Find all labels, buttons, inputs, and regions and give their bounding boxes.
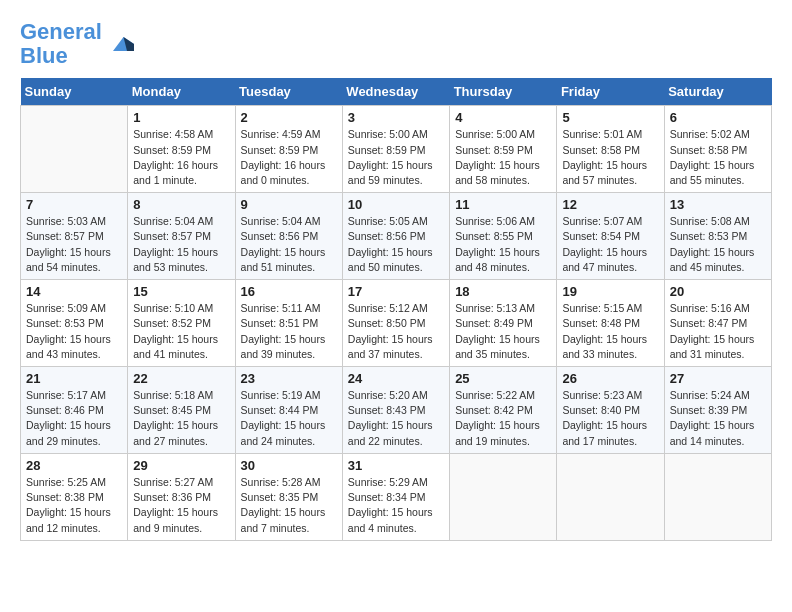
weekday-friday: Friday [557, 78, 664, 106]
week-row-1: 1Sunrise: 4:58 AMSunset: 8:59 PMDaylight… [21, 106, 772, 193]
day-cell: 31Sunrise: 5:29 AMSunset: 8:34 PMDayligh… [342, 453, 449, 540]
day-info: Sunrise: 5:20 AMSunset: 8:43 PMDaylight:… [348, 388, 444, 449]
day-info: Sunrise: 4:59 AMSunset: 8:59 PMDaylight:… [241, 127, 337, 188]
day-cell: 23Sunrise: 5:19 AMSunset: 8:44 PMDayligh… [235, 367, 342, 454]
day-info: Sunrise: 5:15 AMSunset: 8:48 PMDaylight:… [562, 301, 658, 362]
weekday-header-row: SundayMondayTuesdayWednesdayThursdayFrid… [21, 78, 772, 106]
day-info: Sunrise: 5:23 AMSunset: 8:40 PMDaylight:… [562, 388, 658, 449]
day-number: 14 [26, 284, 122, 299]
day-cell: 22Sunrise: 5:18 AMSunset: 8:45 PMDayligh… [128, 367, 235, 454]
day-cell: 11Sunrise: 5:06 AMSunset: 8:55 PMDayligh… [450, 193, 557, 280]
day-number: 12 [562, 197, 658, 212]
day-info: Sunrise: 5:00 AMSunset: 8:59 PMDaylight:… [455, 127, 551, 188]
day-number: 16 [241, 284, 337, 299]
day-info: Sunrise: 5:17 AMSunset: 8:46 PMDaylight:… [26, 388, 122, 449]
logo-icon [106, 30, 134, 58]
day-cell: 16Sunrise: 5:11 AMSunset: 8:51 PMDayligh… [235, 280, 342, 367]
day-cell: 9Sunrise: 5:04 AMSunset: 8:56 PMDaylight… [235, 193, 342, 280]
week-row-3: 14Sunrise: 5:09 AMSunset: 8:53 PMDayligh… [21, 280, 772, 367]
day-number: 13 [670, 197, 766, 212]
day-number: 1 [133, 110, 229, 125]
day-number: 18 [455, 284, 551, 299]
day-number: 24 [348, 371, 444, 386]
day-cell: 8Sunrise: 5:04 AMSunset: 8:57 PMDaylight… [128, 193, 235, 280]
day-info: Sunrise: 5:04 AMSunset: 8:56 PMDaylight:… [241, 214, 337, 275]
day-number: 20 [670, 284, 766, 299]
day-info: Sunrise: 5:07 AMSunset: 8:54 PMDaylight:… [562, 214, 658, 275]
calendar-table: SundayMondayTuesdayWednesdayThursdayFrid… [20, 78, 772, 540]
day-info: Sunrise: 5:02 AMSunset: 8:58 PMDaylight:… [670, 127, 766, 188]
day-number: 2 [241, 110, 337, 125]
weekday-saturday: Saturday [664, 78, 771, 106]
day-cell [557, 453, 664, 540]
day-info: Sunrise: 5:29 AMSunset: 8:34 PMDaylight:… [348, 475, 444, 536]
day-info: Sunrise: 4:58 AMSunset: 8:59 PMDaylight:… [133, 127, 229, 188]
day-number: 25 [455, 371, 551, 386]
day-number: 10 [348, 197, 444, 212]
day-number: 19 [562, 284, 658, 299]
day-number: 31 [348, 458, 444, 473]
day-cell: 20Sunrise: 5:16 AMSunset: 8:47 PMDayligh… [664, 280, 771, 367]
day-info: Sunrise: 5:16 AMSunset: 8:47 PMDaylight:… [670, 301, 766, 362]
day-number: 9 [241, 197, 337, 212]
day-info: Sunrise: 5:19 AMSunset: 8:44 PMDaylight:… [241, 388, 337, 449]
weekday-monday: Monday [128, 78, 235, 106]
day-number: 8 [133, 197, 229, 212]
day-info: Sunrise: 5:13 AMSunset: 8:49 PMDaylight:… [455, 301, 551, 362]
day-info: Sunrise: 5:11 AMSunset: 8:51 PMDaylight:… [241, 301, 337, 362]
weekday-sunday: Sunday [21, 78, 128, 106]
weekday-thursday: Thursday [450, 78, 557, 106]
weekday-wednesday: Wednesday [342, 78, 449, 106]
week-row-4: 21Sunrise: 5:17 AMSunset: 8:46 PMDayligh… [21, 367, 772, 454]
day-number: 4 [455, 110, 551, 125]
day-number: 23 [241, 371, 337, 386]
logo-blue: Blue [20, 43, 68, 68]
logo-general: General [20, 19, 102, 44]
day-number: 27 [670, 371, 766, 386]
day-number: 15 [133, 284, 229, 299]
day-info: Sunrise: 5:03 AMSunset: 8:57 PMDaylight:… [26, 214, 122, 275]
day-info: Sunrise: 5:24 AMSunset: 8:39 PMDaylight:… [670, 388, 766, 449]
day-info: Sunrise: 5:22 AMSunset: 8:42 PMDaylight:… [455, 388, 551, 449]
day-info: Sunrise: 5:10 AMSunset: 8:52 PMDaylight:… [133, 301, 229, 362]
logo: General Blue [20, 20, 134, 68]
day-number: 21 [26, 371, 122, 386]
day-cell: 19Sunrise: 5:15 AMSunset: 8:48 PMDayligh… [557, 280, 664, 367]
day-cell: 28Sunrise: 5:25 AMSunset: 8:38 PMDayligh… [21, 453, 128, 540]
day-cell [450, 453, 557, 540]
day-cell: 14Sunrise: 5:09 AMSunset: 8:53 PMDayligh… [21, 280, 128, 367]
day-info: Sunrise: 5:25 AMSunset: 8:38 PMDaylight:… [26, 475, 122, 536]
day-cell: 6Sunrise: 5:02 AMSunset: 8:58 PMDaylight… [664, 106, 771, 193]
day-cell: 26Sunrise: 5:23 AMSunset: 8:40 PMDayligh… [557, 367, 664, 454]
week-row-5: 28Sunrise: 5:25 AMSunset: 8:38 PMDayligh… [21, 453, 772, 540]
day-info: Sunrise: 5:01 AMSunset: 8:58 PMDaylight:… [562, 127, 658, 188]
day-number: 29 [133, 458, 229, 473]
day-cell: 30Sunrise: 5:28 AMSunset: 8:35 PMDayligh… [235, 453, 342, 540]
day-info: Sunrise: 5:27 AMSunset: 8:36 PMDaylight:… [133, 475, 229, 536]
day-number: 3 [348, 110, 444, 125]
day-info: Sunrise: 5:08 AMSunset: 8:53 PMDaylight:… [670, 214, 766, 275]
day-cell [664, 453, 771, 540]
day-cell: 18Sunrise: 5:13 AMSunset: 8:49 PMDayligh… [450, 280, 557, 367]
day-cell: 7Sunrise: 5:03 AMSunset: 8:57 PMDaylight… [21, 193, 128, 280]
day-number: 26 [562, 371, 658, 386]
page-header: General Blue [20, 20, 772, 68]
day-number: 7 [26, 197, 122, 212]
weekday-tuesday: Tuesday [235, 78, 342, 106]
day-cell: 3Sunrise: 5:00 AMSunset: 8:59 PMDaylight… [342, 106, 449, 193]
day-number: 11 [455, 197, 551, 212]
day-number: 30 [241, 458, 337, 473]
day-info: Sunrise: 5:28 AMSunset: 8:35 PMDaylight:… [241, 475, 337, 536]
day-cell [21, 106, 128, 193]
day-cell: 10Sunrise: 5:05 AMSunset: 8:56 PMDayligh… [342, 193, 449, 280]
day-cell: 29Sunrise: 5:27 AMSunset: 8:36 PMDayligh… [128, 453, 235, 540]
week-row-2: 7Sunrise: 5:03 AMSunset: 8:57 PMDaylight… [21, 193, 772, 280]
day-number: 5 [562, 110, 658, 125]
day-number: 17 [348, 284, 444, 299]
day-number: 22 [133, 371, 229, 386]
logo-text: General Blue [20, 20, 102, 68]
day-info: Sunrise: 5:06 AMSunset: 8:55 PMDaylight:… [455, 214, 551, 275]
day-info: Sunrise: 5:00 AMSunset: 8:59 PMDaylight:… [348, 127, 444, 188]
day-cell: 4Sunrise: 5:00 AMSunset: 8:59 PMDaylight… [450, 106, 557, 193]
day-info: Sunrise: 5:12 AMSunset: 8:50 PMDaylight:… [348, 301, 444, 362]
